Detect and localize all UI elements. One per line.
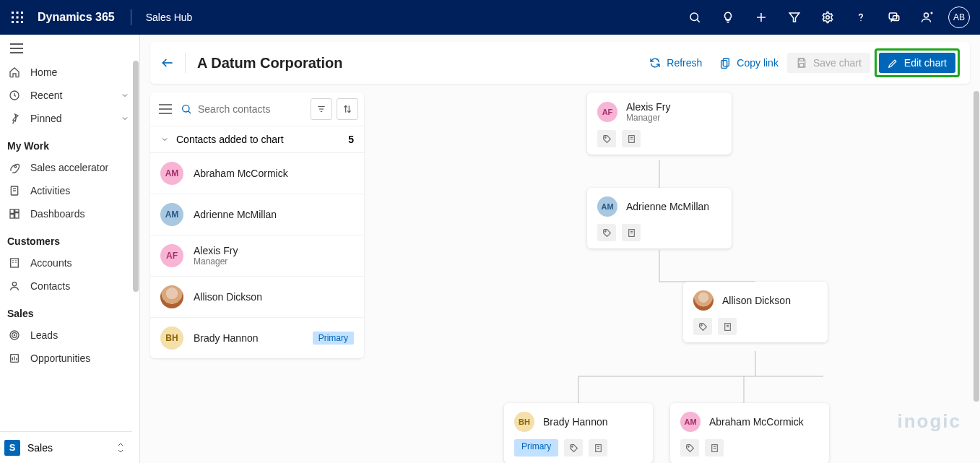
avatar: BH — [160, 326, 183, 350]
nav-section-sales: Sales — [0, 298, 139, 324]
nav-sales-accelerator[interactable]: Sales accelerator — [0, 156, 139, 179]
contact-row[interactable]: AF Alexis Fry Manager — [150, 235, 364, 277]
dashboard-icon — [9, 208, 20, 220]
note-icon[interactable] — [622, 224, 641, 241]
svg-point-87 — [688, 446, 689, 447]
tag-icon[interactable] — [597, 224, 616, 241]
tag-icon[interactable] — [564, 439, 583, 456]
group-count: 5 — [348, 134, 354, 145]
nav-home[interactable]: Home — [0, 61, 139, 84]
contact-name: Brady Hannon — [194, 332, 259, 344]
svg-rect-31 — [10, 209, 14, 213]
tag-icon[interactable] — [693, 318, 712, 335]
org-chart-canvas[interactable]: AF Alexis Fry Manager AM — [381, 92, 970, 463]
search-input[interactable] — [198, 103, 305, 115]
note-icon[interactable] — [589, 439, 607, 456]
note-icon[interactable] — [622, 130, 641, 147]
contact-name: Alexis Fry — [194, 245, 238, 256]
svg-rect-6 — [12, 21, 14, 23]
nav-scrollbar[interactable] — [133, 61, 139, 292]
panel-menu-icon[interactable] — [156, 101, 175, 117]
user-avatar[interactable]: AB — [948, 7, 970, 28]
chat-icon[interactable] — [877, 0, 911, 35]
avatar: AF — [597, 102, 617, 122]
nav-pinned[interactable]: Pinned — [0, 107, 139, 130]
pencil-icon — [888, 58, 898, 69]
divider — [185, 53, 186, 73]
nav-dashboards[interactable]: Dashboards — [0, 202, 139, 225]
contact-row[interactable]: AM Adrienne McMillan — [150, 194, 364, 235]
nav-leads[interactable]: Leads — [0, 324, 139, 347]
notepad-icon — [9, 185, 20, 196]
lightbulb-icon[interactable] — [711, 0, 745, 35]
edit-chart-button[interactable]: Edit chart — [879, 53, 955, 73]
nav-opportunities[interactable]: Opportunities — [0, 347, 139, 370]
product-brand[interactable]: Dynamics 365 — [38, 11, 115, 24]
note-icon[interactable] — [705, 439, 724, 456]
contact-name: Allison Dickson — [194, 291, 262, 303]
org-node[interactable]: Allison Dickson — [683, 282, 828, 342]
org-node[interactable]: AF Alexis Fry Manager — [587, 92, 732, 155]
svg-point-40 — [12, 282, 16, 286]
button-label: Refresh — [667, 57, 702, 69]
primary-badge: Primary — [514, 439, 558, 456]
clipboard-icon — [719, 57, 731, 69]
main-scrollbar[interactable] — [974, 91, 979, 402]
filter-button[interactable] — [311, 98, 332, 120]
nav-contacts[interactable]: Contacts — [0, 274, 139, 298]
svg-rect-0 — [12, 12, 14, 14]
nav-activities[interactable]: Activities — [0, 179, 139, 202]
avatar — [693, 290, 714, 311]
node-name: Alexis Fry — [626, 101, 670, 113]
rocket-icon — [9, 162, 20, 173]
nav-recent[interactable]: Recent — [0, 84, 139, 107]
site-map-nav: Home Recent Pinned My Work Sales acceler… — [0, 35, 140, 463]
app-name[interactable]: Sales Hub — [146, 12, 193, 23]
contact-row[interactable]: AM Abraham McCormick — [150, 153, 364, 194]
pin-icon — [9, 113, 20, 124]
command-bar: A Datum Corporation Refresh Copy link Sa… — [150, 42, 970, 84]
tag-icon[interactable] — [597, 130, 616, 147]
person-icon — [9, 280, 20, 292]
chevron-down-icon — [121, 114, 129, 123]
copy-link-button[interactable]: Copy link — [711, 53, 787, 73]
org-node[interactable]: AM Abraham McCormick — [670, 403, 829, 463]
org-node[interactable]: BH Brady Hannon Primary — [504, 403, 653, 463]
help-icon[interactable] — [844, 0, 877, 35]
contacts-group-header[interactable]: Contacts added to chart 5 — [150, 126, 364, 153]
nav-item-label: Activities — [30, 185, 70, 196]
avatar: AM — [160, 162, 183, 185]
gear-icon[interactable] — [811, 0, 844, 35]
contact-row[interactable]: BH Brady Hannon Primary — [150, 318, 364, 358]
nav-item-label: Contacts — [30, 280, 70, 292]
svg-point-71 — [604, 137, 606, 138]
search-contacts[interactable] — [179, 100, 306, 118]
tag-icon[interactable] — [680, 439, 699, 456]
primary-badge: Primary — [313, 332, 354, 345]
assistant-icon[interactable] — [911, 0, 944, 35]
contact-row[interactable]: Allison Dickson — [150, 277, 364, 318]
plus-icon[interactable] — [745, 0, 778, 35]
nav-home-label: Home — [30, 66, 57, 78]
filter-icon[interactable] — [778, 0, 811, 35]
nav-accounts[interactable]: Accounts — [0, 251, 139, 274]
svg-point-14 — [826, 16, 830, 20]
nav-collapse-icon[interactable] — [0, 35, 139, 61]
back-button[interactable] — [160, 56, 185, 70]
area-switcher[interactable]: S Sales — [0, 431, 132, 463]
app-launcher-icon[interactable] — [10, 10, 25, 25]
svg-point-9 — [690, 13, 698, 21]
search-icon[interactable] — [678, 0, 711, 35]
button-label: Copy link — [737, 57, 779, 69]
svg-point-79 — [701, 324, 702, 326]
note-icon[interactable] — [718, 318, 737, 335]
avatar: AM — [680, 412, 701, 432]
sort-button[interactable] — [337, 98, 358, 120]
refresh-button[interactable]: Refresh — [641, 53, 711, 73]
org-node[interactable]: AM Adrienne McMillan — [587, 188, 732, 248]
avatar — [160, 285, 183, 308]
area-badge: S — [4, 440, 20, 456]
page-title: A Datum Corporation — [197, 55, 342, 72]
svg-rect-17 — [893, 16, 899, 21]
svg-rect-8 — [21, 21, 23, 23]
